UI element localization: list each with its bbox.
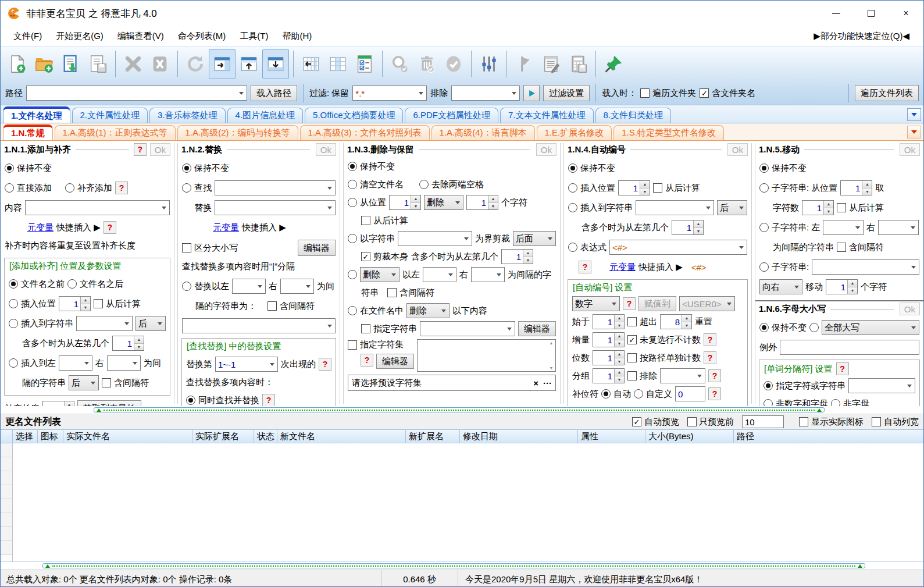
p2-include-separator-checkbox[interactable]: 含间隔符 bbox=[267, 301, 315, 312]
p6-non-alpha-radio[interactable]: 非字母 bbox=[831, 399, 869, 407]
file-table-body[interactable] bbox=[1, 443, 923, 562]
include-folder-name-checkbox[interactable]: 含文件夹名 bbox=[700, 88, 755, 99]
p3-count-stepper[interactable]: 1▲▼ bbox=[466, 195, 498, 210]
tab-filename-processing[interactable]: 1.文件名处理 bbox=[3, 106, 70, 123]
column-path[interactable]: 路径 bbox=[734, 430, 923, 443]
p1-multi-stepper[interactable]: 1▲▼ bbox=[112, 336, 144, 351]
tab-pdf-attribute[interactable]: 6.PDF文档属性处理 bbox=[405, 108, 498, 123]
delete-item-button[interactable] bbox=[120, 49, 147, 79]
p4-overflow-checkbox[interactable]: 超出 bbox=[627, 316, 657, 328]
pane-right-button[interactable] bbox=[209, 49, 236, 79]
tab-office-summary[interactable]: 5.Office文档摘要处理 bbox=[305, 108, 403, 123]
assign-to-button[interactable]: 赋值到 bbox=[638, 296, 676, 311]
p2-replace-between-radio[interactable]: 替换以左 bbox=[182, 281, 229, 292]
p4-insert-to-string-radio[interactable]: 插入到字符串 bbox=[568, 202, 633, 214]
p1-before-after-dropdown[interactable]: 后 bbox=[135, 316, 166, 331]
p3-by-string-radio[interactable]: 以字符串 bbox=[348, 233, 395, 244]
vertical-splitter[interactable] bbox=[174, 143, 178, 404]
more-button[interactable]: ··· bbox=[543, 378, 552, 388]
main-tabs-dropdown-button[interactable] bbox=[907, 108, 921, 121]
p4-expression-radio[interactable]: 表达式 bbox=[568, 242, 607, 253]
p3-multi-stepper[interactable]: 1▲▼ bbox=[501, 249, 533, 264]
p3-include-separator-checkbox[interactable]: 含间隔符 bbox=[387, 287, 434, 298]
tab-image-info[interactable]: 4.图片信息处理 bbox=[227, 108, 304, 123]
p1-include-separator-checkbox[interactable]: 含间隔符 bbox=[102, 378, 149, 389]
tab-text-attribute[interactable]: 7.文本文件属性处理 bbox=[500, 108, 594, 123]
p3-delete-keep-dropdown2[interactable]: 删除 bbox=[360, 267, 399, 282]
p3-preset-charset-picker[interactable]: 请选择预设字符集×··· bbox=[348, 375, 556, 391]
p4-exclude-combobox[interactable] bbox=[660, 368, 705, 383]
p5-keep-radio[interactable]: 保持不变 bbox=[759, 163, 807, 174]
p5-substring-combobox[interactable] bbox=[812, 259, 919, 275]
help-button[interactable]: ? bbox=[836, 362, 849, 375]
filter-keep-combobox[interactable]: *.* bbox=[352, 86, 427, 101]
ok-button[interactable]: Ok bbox=[900, 143, 920, 156]
p1-insert-to-string-radio[interactable]: 插入到字符串 bbox=[9, 318, 73, 329]
spin-buttons[interactable]: ▲▼ bbox=[847, 280, 857, 294]
p1-insert-between-radio[interactable]: 插入到左 bbox=[9, 358, 56, 369]
metavar-link[interactable]: 元变量 bbox=[213, 222, 239, 233]
horizontal-splitter[interactable] bbox=[1, 562, 923, 570]
p4-exclude-checkbox[interactable]: 排除 bbox=[627, 371, 657, 382]
editor-button[interactable]: 编辑器 bbox=[376, 354, 414, 369]
column-actual-filename[interactable]: 实际文件名 bbox=[63, 430, 192, 443]
p4-insert-string-combobox[interactable] bbox=[636, 200, 714, 215]
exclude-combobox[interactable] bbox=[451, 86, 520, 101]
tab-advanced-regex[interactable]: 1.A.高级(1)：正则表达式等 bbox=[55, 125, 176, 140]
load-path-button[interactable]: 载入路径 bbox=[251, 85, 297, 101]
p5-left-combobox[interactable] bbox=[823, 220, 864, 235]
metavar-link[interactable]: 元变量 bbox=[27, 222, 53, 233]
p1-keep-radio[interactable]: 保持不变 bbox=[5, 163, 52, 174]
path-combobox[interactable] bbox=[26, 86, 247, 101]
sub-tabs-dropdown-button[interactable] bbox=[907, 126, 921, 138]
vertical-splitter[interactable] bbox=[751, 143, 755, 404]
ok-button[interactable]: Ok bbox=[150, 143, 170, 156]
auto-preview-checkbox[interactable]: 自动预览 bbox=[632, 417, 679, 428]
p4-before-after-dropdown[interactable]: 后 bbox=[717, 200, 747, 215]
spin-buttons[interactable]: ▲▼ bbox=[823, 201, 833, 215]
help-button[interactable]: ? bbox=[262, 394, 275, 406]
spin-buttons[interactable]: ▲▼ bbox=[411, 195, 420, 209]
p3-delete-keep-dropdown3[interactable]: 删除 bbox=[406, 303, 449, 318]
spin-buttons[interactable]: ▲▼ bbox=[134, 336, 144, 350]
p5-pos-stepper[interactable]: 1▲▼ bbox=[840, 180, 872, 195]
vertical-splitter[interactable] bbox=[560, 143, 564, 404]
menu-item-help[interactable]: 帮助(H) bbox=[275, 29, 319, 44]
column-attributes[interactable]: 属性 bbox=[578, 430, 645, 443]
ok-button[interactable]: Ok bbox=[727, 143, 748, 156]
p4-skip-unchecked-checkbox[interactable]: 未复选行不计数 bbox=[627, 335, 701, 346]
p3-specify-charset-checkbox[interactable]: 指定字符集 bbox=[348, 339, 414, 350]
p4-multi-stepper[interactable]: 1▲▼ bbox=[672, 220, 704, 235]
p6-non-alnum-radio[interactable]: 非数字和字母 bbox=[764, 399, 828, 407]
p1-content-combobox[interactable] bbox=[25, 200, 170, 215]
column-view-button[interactable] bbox=[324, 49, 351, 79]
p1-pad-length-stepper[interactable]: 8▲▼ bbox=[42, 401, 74, 406]
p4-from-end-checkbox[interactable]: 从后计算 bbox=[653, 183, 700, 194]
p5-from-end-checkbox[interactable]: 从后计算 bbox=[837, 202, 884, 214]
p4-increment-stepper[interactable]: 1▲▼ bbox=[593, 332, 625, 347]
spin-buttons[interactable]: ▲▼ bbox=[614, 369, 624, 383]
column-new-extension[interactable]: 新扩展名 bbox=[406, 430, 460, 443]
p2-nth-combobox[interactable]: 1~-1 bbox=[215, 357, 278, 372]
p1-insert-string-combobox[interactable] bbox=[76, 316, 133, 331]
p1-insert-pos-radio[interactable]: 插入位置 bbox=[9, 298, 56, 309]
menu-item-edit-view[interactable]: 编辑查看(V) bbox=[110, 29, 171, 44]
p6-separator-combobox[interactable] bbox=[848, 378, 915, 393]
help-button[interactable]: ? bbox=[115, 182, 128, 194]
help-button[interactable]: ? bbox=[704, 351, 716, 364]
p5-right-combobox[interactable] bbox=[878, 220, 919, 235]
p1-right-combobox[interactable] bbox=[107, 355, 141, 371]
p3-keep-radio[interactable]: 保持不变 bbox=[348, 161, 395, 172]
calculator-button[interactable] bbox=[565, 49, 591, 79]
p3-trim-spaces-radio[interactable]: 去除两端空格 bbox=[419, 179, 484, 190]
p4-overflow-stepper[interactable]: 8▲▼ bbox=[660, 314, 692, 329]
p1-from-end-checkbox[interactable]: 从后计算 bbox=[94, 298, 141, 309]
help-button[interactable]: ? bbox=[319, 358, 331, 371]
p6-specify-chars-radio[interactable]: 指定字符或字符串 bbox=[764, 380, 845, 392]
scrollbar[interactable]: ▲▼ bbox=[547, 340, 555, 371]
preview-first-checkbox[interactable]: 只预览前 bbox=[687, 417, 734, 428]
p2-simultaneous-radio[interactable]: 同时查找并替换 bbox=[186, 395, 259, 406]
show-real-icons-checkbox[interactable]: 显示实际图标 bbox=[799, 417, 864, 428]
new-file-button[interactable] bbox=[4, 49, 31, 79]
spin-buttons[interactable]: ▲▼ bbox=[614, 315, 624, 329]
